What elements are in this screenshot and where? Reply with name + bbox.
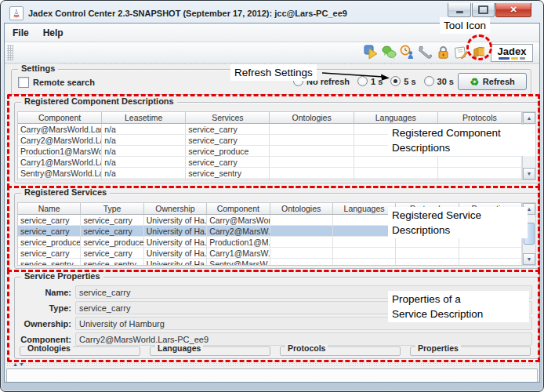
column-header[interactable]: Ontologies bbox=[270, 203, 333, 215]
column-header[interactable]: Services bbox=[186, 112, 270, 124]
table-cell[interactable]: service_carry bbox=[186, 157, 270, 168]
table-cell[interactable] bbox=[270, 135, 354, 146]
scroll-down-icon[interactable]: ▼ bbox=[523, 253, 535, 265]
table-cell[interactable]: service_produce bbox=[18, 237, 81, 248]
table-cell[interactable] bbox=[396, 259, 459, 266]
column-header[interactable]: Ontologies bbox=[270, 112, 354, 124]
table-cell[interactable]: service_carry bbox=[81, 248, 143, 259]
table-cell[interactable]: n/a bbox=[102, 135, 186, 146]
table-cell[interactable] bbox=[270, 237, 333, 248]
menu-help[interactable]: Help bbox=[37, 26, 70, 40]
table-cell[interactable]: University of Ha... bbox=[144, 226, 207, 237]
table-cell[interactable]: service_carry bbox=[18, 215, 81, 226]
table-cell[interactable] bbox=[438, 179, 522, 180]
column-header[interactable]: Component bbox=[207, 203, 270, 215]
table-cell[interactable] bbox=[270, 124, 354, 135]
column-header[interactable]: Component bbox=[18, 112, 102, 124]
wrench-settings-icon[interactable] bbox=[417, 44, 433, 60]
starter-icon[interactable] bbox=[363, 44, 379, 60]
table-cell[interactable]: service_sentry bbox=[81, 259, 143, 266]
table-cell[interactable]: n/a bbox=[102, 146, 186, 157]
column-header[interactable]: Languages bbox=[354, 112, 438, 124]
table-cell[interactable]: Sentry@MarsWorld.La... bbox=[18, 168, 102, 179]
awareness-icon[interactable] bbox=[399, 44, 415, 60]
table-cell[interactable] bbox=[333, 248, 396, 259]
table-cell[interactable]: service_sentry bbox=[18, 259, 81, 266]
table-cell[interactable]: service_carry bbox=[18, 226, 81, 237]
radio-1s[interactable]: 1 s bbox=[357, 76, 383, 86]
table-cell[interactable]: Carry1@MarsW... bbox=[207, 248, 270, 259]
table-cell[interactable] bbox=[333, 215, 396, 226]
table-cell[interactable]: University of Ha... bbox=[144, 259, 207, 266]
table-cell[interactable]: n/a bbox=[102, 168, 186, 179]
table-cell[interactable] bbox=[270, 157, 354, 168]
message-icon[interactable] bbox=[453, 44, 470, 60]
table-row[interactable]: Sentry@MarsWorld.La...n/aservice_sentry bbox=[18, 168, 522, 179]
table-cell[interactable]: University of Ha... bbox=[144, 248, 207, 259]
column-header[interactable]: Languages bbox=[333, 203, 396, 215]
table-cell[interactable]: Production2@MarsWo... bbox=[18, 179, 102, 180]
toolbar-grip[interactable] bbox=[7, 45, 13, 60]
table-cell[interactable]: service_carry bbox=[18, 248, 81, 259]
table-cell[interactable] bbox=[333, 237, 396, 248]
maximize-icon[interactable] bbox=[472, 3, 495, 17]
column-header[interactable]: Ownership bbox=[144, 203, 207, 215]
table-cell[interactable]: service_produce bbox=[186, 179, 270, 180]
table-cell[interactable]: University of Ha... bbox=[144, 215, 207, 226]
table-cell[interactable] bbox=[270, 226, 333, 237]
table-cell[interactable]: service_sentry bbox=[186, 168, 270, 179]
table-row[interactable]: Production2@MarsWo...n/aservice_produce bbox=[18, 179, 522, 180]
table-cell[interactable]: n/a bbox=[102, 157, 186, 168]
table-cell[interactable]: University of Ha... bbox=[144, 237, 207, 248]
remote-search-option[interactable]: Remote search bbox=[18, 77, 95, 88]
table-cell[interactable] bbox=[270, 168, 354, 179]
table-cell[interactable] bbox=[270, 179, 354, 180]
splitter-collapse-icons[interactable]: ▲▼ bbox=[13, 361, 25, 367]
minimize-icon[interactable] bbox=[448, 3, 471, 17]
table-cell[interactable] bbox=[459, 248, 522, 259]
table-cell[interactable]: Sentry@MarsW... bbox=[207, 259, 270, 266]
table-cell[interactable] bbox=[270, 259, 333, 266]
table-cell[interactable] bbox=[333, 226, 396, 237]
conversation-icon[interactable] bbox=[381, 44, 397, 60]
table-cell[interactable] bbox=[459, 237, 522, 248]
table-cell[interactable]: service_carry bbox=[81, 215, 143, 226]
security-lock-icon[interactable] bbox=[435, 44, 452, 60]
scroll-down-icon[interactable]: ▼ bbox=[523, 168, 535, 180]
column-header[interactable]: Leasetime bbox=[102, 112, 186, 124]
radio-5s[interactable]: 5 s bbox=[390, 76, 415, 86]
table-cell[interactable] bbox=[459, 259, 522, 266]
table-cell[interactable]: Carry2@MarsW... bbox=[207, 226, 270, 237]
table-cell[interactable] bbox=[438, 168, 522, 179]
close-icon[interactable]: ✕ bbox=[495, 3, 531, 17]
table-cell[interactable] bbox=[396, 237, 459, 248]
table-cell[interactable]: service_produce bbox=[186, 146, 270, 157]
table-cell[interactable] bbox=[438, 157, 522, 168]
table-cell[interactable] bbox=[354, 157, 438, 168]
table-cell[interactable] bbox=[354, 168, 438, 179]
column-header[interactable]: Protocols bbox=[438, 112, 522, 124]
radio-30s[interactable]: 30 s bbox=[424, 76, 454, 86]
table-cell[interactable] bbox=[270, 248, 333, 259]
table-cell[interactable]: Production1@M... bbox=[207, 237, 270, 248]
table-cell[interactable]: service_produce bbox=[81, 237, 143, 248]
table-cell[interactable]: Carry@MarsWor... bbox=[207, 215, 270, 226]
table-cell[interactable] bbox=[270, 215, 333, 226]
column-header[interactable]: Type bbox=[81, 203, 143, 215]
refresh-button[interactable]: ♻ Refresh bbox=[458, 73, 527, 90]
column-header[interactable]: Name bbox=[18, 203, 81, 215]
table-row[interactable]: service_carryservice_carryUniversity of … bbox=[18, 248, 522, 259]
table-cell[interactable]: service_carry bbox=[186, 135, 270, 146]
table-cell[interactable]: Carry2@MarsWorld.La... bbox=[18, 135, 102, 146]
table-cell[interactable] bbox=[333, 259, 396, 266]
table-row[interactable]: service_sentryservice_sentryUniversity o… bbox=[18, 259, 522, 266]
table-row[interactable]: service_produceservice_produceUniversity… bbox=[18, 237, 522, 248]
remote-search-checkbox[interactable] bbox=[18, 77, 29, 88]
table-cell[interactable]: service_carry bbox=[81, 226, 143, 237]
splitter-bar[interactable]: ▲▼ bbox=[6, 362, 538, 368]
table-cell[interactable]: Production1@MarsWo... bbox=[18, 146, 102, 157]
table-cell[interactable]: n/a bbox=[102, 179, 186, 180]
table-row[interactable]: Carry1@MarsWorld.La...n/aservice_carry bbox=[18, 157, 522, 168]
menu-file[interactable]: File bbox=[6, 26, 35, 40]
table-cell[interactable] bbox=[354, 179, 438, 180]
